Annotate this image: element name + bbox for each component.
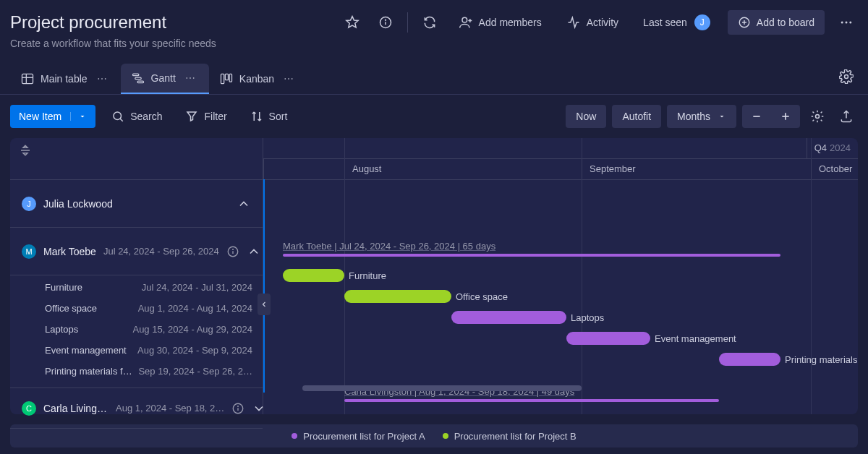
activity-label: Activity bbox=[587, 17, 618, 28]
last-seen[interactable]: Last seen J bbox=[636, 10, 718, 35]
svg-point-22 bbox=[114, 112, 122, 120]
svg-point-3 bbox=[462, 17, 467, 22]
search-label: Search bbox=[130, 111, 162, 122]
group-dates: Aug 1, 2024 - Sep 18, 2… bbox=[116, 403, 224, 414]
chevron-up-icon[interactable] bbox=[237, 197, 251, 211]
kanban-icon bbox=[219, 72, 234, 86]
today-indicator bbox=[263, 179, 265, 393]
tab-menu-icon[interactable]: ⋯ bbox=[280, 73, 297, 85]
filter-button[interactable]: Filter bbox=[178, 106, 234, 127]
legend-item: Procurement list for Project B bbox=[443, 431, 576, 442]
task-bar[interactable] bbox=[566, 332, 650, 345]
tab-label: Main table bbox=[41, 73, 88, 85]
task-row[interactable]: LaptopsAug 15, 2024 - Aug 29, 2024 bbox=[10, 319, 263, 340]
filter-label: Filter bbox=[204, 111, 226, 122]
add-members-button[interactable]: Add members bbox=[451, 11, 549, 34]
svg-rect-15 bbox=[132, 74, 138, 76]
sync-icon[interactable] bbox=[418, 11, 441, 34]
new-item-button[interactable]: New Item bbox=[10, 105, 95, 128]
sort-icon bbox=[250, 110, 263, 123]
avatar: C bbox=[22, 401, 36, 416]
svg-point-33 bbox=[238, 406, 239, 406]
task-bar[interactable] bbox=[344, 290, 451, 303]
tab-kanban[interactable]: Kanban ⋯ bbox=[209, 64, 307, 93]
autofit-button[interactable]: Autofit bbox=[612, 105, 661, 128]
collapse-panel-button[interactable] bbox=[258, 294, 271, 315]
task-row[interactable]: FurnitureJul 24, 2024 - Jul 31, 2024 bbox=[10, 277, 263, 298]
info-icon[interactable] bbox=[231, 402, 244, 415]
task-row[interactable]: Office spaceAug 1, 2024 - Aug 14, 2024 bbox=[10, 298, 263, 319]
task-name: Office space bbox=[45, 303, 132, 314]
avatar: J bbox=[22, 197, 36, 211]
zoom-in-button[interactable] bbox=[771, 105, 800, 128]
legend-dot bbox=[292, 433, 297, 439]
task-bar[interactable] bbox=[283, 269, 344, 282]
add-to-board-button[interactable]: Add to board bbox=[728, 10, 825, 35]
task-row[interactable]: Event managementAug 30, 2024 - Sep 9, 20… bbox=[10, 340, 263, 361]
task-dates: Sep 19, 2024 - Sep 26, 2… bbox=[138, 366, 252, 377]
new-item-label: New Item bbox=[19, 111, 61, 122]
more-icon[interactable] bbox=[835, 11, 858, 34]
chevron-left-icon bbox=[260, 300, 268, 309]
group-dates: Jul 24, 2024 - Sep 26, 2024 bbox=[103, 246, 219, 257]
sort-label: Sort bbox=[269, 111, 288, 122]
group-row[interactable]: J Julia Lockwood bbox=[10, 180, 263, 228]
task-bar-label: Furniture bbox=[349, 269, 386, 282]
summary-bar[interactable] bbox=[344, 399, 719, 402]
zoom-out-button[interactable] bbox=[742, 105, 771, 128]
summary-bar[interactable] bbox=[283, 254, 780, 257]
month-header: August bbox=[263, 159, 501, 180]
svg-point-10 bbox=[846, 22, 848, 24]
svg-rect-19 bbox=[225, 74, 228, 80]
svg-rect-20 bbox=[229, 74, 231, 82]
scrollbar-thumb[interactable] bbox=[302, 385, 582, 391]
group-name: Julia Lockwood bbox=[43, 198, 113, 210]
horizontal-scrollbar[interactable] bbox=[263, 385, 848, 391]
export-icon[interactable] bbox=[835, 105, 858, 128]
svg-rect-18 bbox=[221, 74, 224, 83]
legend-item: Procurement list for Project A bbox=[292, 431, 425, 442]
expand-rows-icon[interactable] bbox=[19, 144, 32, 157]
task-bar-label: Laptops bbox=[571, 311, 604, 324]
chevron-down-icon bbox=[78, 112, 87, 121]
sort-button[interactable]: Sort bbox=[243, 106, 295, 127]
gantt-icon bbox=[131, 71, 145, 85]
task-dates: Jul 24, 2024 - Jul 31, 2024 bbox=[142, 282, 252, 293]
gantt-chart: J Julia Lockwood M Mark Toebe Jul 24, 20… bbox=[10, 138, 858, 414]
task-bar-label: Printing materials for lea… bbox=[785, 353, 858, 366]
group-row[interactable]: M Mark Toebe Jul 24, 2024 - Sep 26, 2024 bbox=[10, 228, 263, 275]
svg-point-11 bbox=[849, 22, 851, 24]
quarter-header: Q42024 bbox=[807, 138, 858, 158]
month-header: October bbox=[811, 159, 858, 179]
legend-dot bbox=[443, 433, 448, 439]
gantt-settings-icon[interactable] bbox=[806, 105, 829, 128]
task-name: Furniture bbox=[45, 282, 136, 293]
info-icon[interactable] bbox=[226, 245, 239, 258]
task-bar[interactable] bbox=[451, 311, 566, 324]
timescale-select[interactable]: Months bbox=[667, 105, 736, 128]
star-icon[interactable] bbox=[341, 11, 364, 34]
divider bbox=[407, 12, 408, 33]
task-bar[interactable] bbox=[719, 353, 780, 366]
tab-main-table[interactable]: Main table ⋯ bbox=[10, 64, 121, 93]
avatar: M bbox=[22, 244, 36, 259]
svg-point-27 bbox=[816, 115, 820, 119]
table-icon bbox=[20, 72, 35, 86]
svg-point-21 bbox=[845, 75, 848, 79]
task-row[interactable]: Printing materials for lea…Sep 19, 2024 … bbox=[10, 361, 263, 382]
now-button[interactable]: Now bbox=[566, 105, 606, 128]
activity-button[interactable]: Activity bbox=[559, 11, 626, 34]
summary-label: Mark Toebe | Jul 24, 2024 - Sep 26, 2024… bbox=[283, 241, 495, 252]
page-subtitle: Create a workflow that fits your specifi… bbox=[10, 38, 858, 49]
tab-menu-icon[interactable]: ⋯ bbox=[182, 72, 199, 84]
info-icon[interactable] bbox=[374, 11, 397, 34]
svg-point-9 bbox=[841, 22, 843, 24]
group-row[interactable]: C Carla Livings… Aug 1, 2024 - Sep 18, 2… bbox=[10, 388, 263, 429]
search-button[interactable]: Search bbox=[104, 106, 169, 127]
tab-menu-icon[interactable]: ⋯ bbox=[93, 73, 111, 85]
tab-gantt[interactable]: Gantt ⋯ bbox=[121, 64, 209, 94]
gear-icon[interactable] bbox=[835, 65, 858, 88]
chevron-up-icon[interactable] bbox=[247, 244, 261, 259]
new-item-dropdown[interactable] bbox=[70, 112, 87, 121]
add-to-board-label: Add to board bbox=[757, 17, 814, 28]
